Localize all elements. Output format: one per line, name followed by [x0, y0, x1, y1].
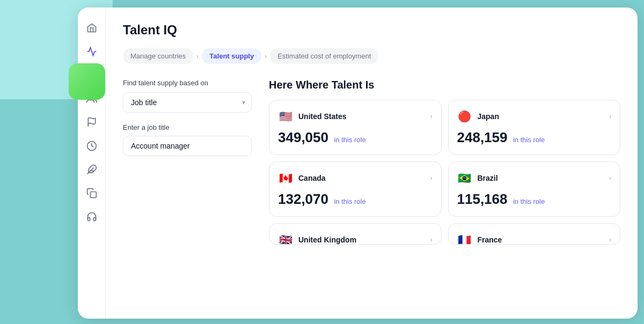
- job-title-input[interactable]: [123, 136, 252, 156]
- flag-gb: 🇬🇧: [278, 232, 293, 245]
- flag-fr: 🇫🇷: [457, 232, 472, 245]
- card-country-gb: 🇬🇧 United Kingdom: [278, 232, 356, 245]
- card-count-ca: 132,070 in this role: [278, 191, 433, 208]
- card-header-fr: 🇫🇷 France ›: [457, 232, 612, 245]
- card-country-fr: 🇫🇷 France: [457, 232, 502, 245]
- card-header-us: 🇺🇸 United States ›: [278, 109, 433, 124]
- card-count-br: 115,168 in this role: [457, 191, 612, 208]
- right-panel: Here Where Talent Is 🇺🇸 United States ›: [269, 79, 620, 245]
- svg-rect-5: [90, 192, 96, 198]
- country-name-br: Brazil: [478, 174, 498, 182]
- card-country-br: 🇧🇷 Brazil: [457, 171, 498, 186]
- app-logo: [69, 63, 105, 100]
- card-count-jp: 248,159 in this role: [457, 129, 612, 146]
- breadcrumb: Manage countries › Talent supply › Estim…: [123, 48, 620, 64]
- country-name-gb: United Kingdom: [298, 235, 356, 244]
- country-card-gb[interactable]: 🇬🇧 United Kingdom ›: [269, 223, 442, 245]
- country-cards-grid: 🇺🇸 United States › 349,050 in this role: [269, 100, 620, 245]
- country-name-us: United States: [298, 112, 346, 121]
- find-label: Find talent supply based on: [123, 79, 252, 87]
- country-card-us[interactable]: 🇺🇸 United States › 349,050 in this role: [269, 100, 442, 155]
- left-panel: Find talent supply based on Job title ▾ …: [123, 79, 252, 245]
- sidebar-icon-clock[interactable]: [82, 136, 101, 156]
- sidebar: [78, 8, 106, 319]
- breadcrumb-manage-countries[interactable]: Manage countries: [123, 48, 193, 64]
- country-card-br[interactable]: 🇧🇷 Brazil › 115,168 in this role: [448, 161, 621, 217]
- card-chevron-br: ›: [609, 174, 611, 182]
- card-country-jp: 🔴 Japan: [457, 109, 499, 124]
- card-header-jp: 🔴 Japan ›: [457, 109, 612, 124]
- sidebar-icon-headphone[interactable]: [82, 207, 101, 226]
- page-title: Talent IQ: [123, 23, 620, 38]
- card-chevron-fr: ›: [609, 236, 611, 244]
- country-name-ca: Canada: [298, 174, 326, 182]
- job-title-select-wrapper: Job title ▾: [123, 92, 252, 113]
- job-title-select[interactable]: Job title: [123, 92, 252, 113]
- main-container: Talent IQ Manage countries › Talent supp…: [78, 8, 638, 319]
- card-chevron-us: ›: [430, 113, 433, 120]
- breadcrumb-arrow-1: ›: [196, 53, 199, 60]
- sidebar-icon-home[interactable]: [82, 18, 101, 38]
- country-card-ca[interactable]: 🇨🇦 Canada › 132,070 in this role: [269, 161, 442, 217]
- card-header-gb: 🇬🇧 United Kingdom ›: [278, 232, 433, 245]
- card-header-br: 🇧🇷 Brazil ›: [457, 171, 612, 186]
- enter-job-title-label: Enter a job title: [123, 123, 252, 131]
- card-chevron-jp: ›: [609, 113, 611, 120]
- breadcrumb-estimated-cost[interactable]: Estimated cost of employment: [270, 48, 378, 64]
- flag-ca: 🇨🇦: [278, 171, 293, 186]
- sidebar-icon-puzzle[interactable]: [82, 160, 101, 179]
- section-title: Here Where Talent Is: [269, 79, 620, 91]
- card-header-ca: 🇨🇦 Canada ›: [278, 171, 433, 186]
- flag-jp: 🔴: [457, 109, 472, 124]
- sidebar-icon-chart[interactable]: [82, 42, 101, 61]
- card-country-us: 🇺🇸 United States: [278, 109, 346, 124]
- card-chevron-ca: ›: [430, 174, 433, 182]
- sidebar-icon-copy[interactable]: [82, 183, 101, 203]
- flag-us: 🇺🇸: [278, 109, 293, 124]
- two-col-layout: Find talent supply based on Job title ▾ …: [123, 79, 620, 245]
- country-name-jp: Japan: [478, 112, 499, 121]
- breadcrumb-arrow-2: ›: [265, 53, 267, 60]
- card-chevron-gb: ›: [430, 236, 433, 244]
- flag-br: 🇧🇷: [457, 171, 472, 186]
- main-content: Talent IQ Manage countries › Talent supp…: [106, 8, 638, 319]
- country-card-jp[interactable]: 🔴 Japan › 248,159 in this role: [448, 100, 621, 155]
- card-country-ca: 🇨🇦 Canada: [278, 171, 326, 186]
- country-name-fr: France: [478, 235, 502, 244]
- country-card-fr[interactable]: 🇫🇷 France ›: [448, 223, 621, 245]
- breadcrumb-talent-supply[interactable]: Talent supply: [202, 48, 261, 64]
- card-count-us: 349,050 in this role: [278, 129, 433, 146]
- sidebar-icon-flag[interactable]: [82, 113, 101, 132]
